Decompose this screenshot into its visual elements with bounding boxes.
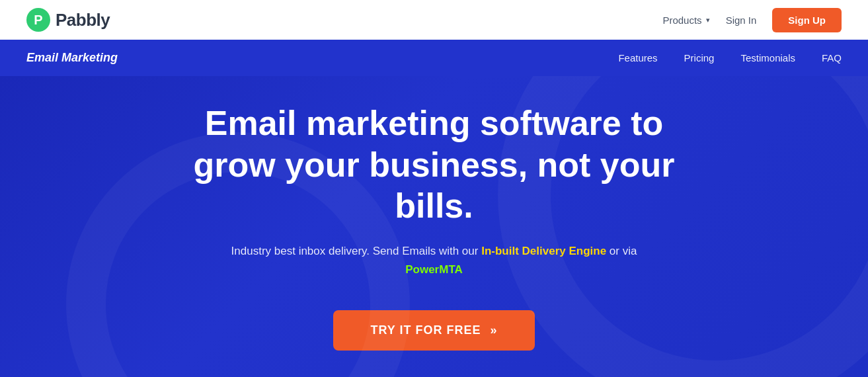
hero-title: Email marketing software to grow your bu… [170,103,699,226]
hero-section: Email marketing software to grow your bu… [0,76,868,377]
cta-label: TRY IT FOR FREE [370,323,481,337]
sub-navigation: Email Marketing Features Pricing Testimo… [0,40,868,76]
cta-button[interactable]: TRY IT FOR FREE » [333,310,534,351]
hero-subtitle-middle: or via [610,245,637,257]
signin-button[interactable]: Sign In [726,15,757,26]
signup-button[interactable]: Sign Up [772,8,842,32]
hero-highlight-delivery-engine: In-built Delivery Engine [481,245,606,257]
sub-nav-links: Features Pricing Testimonials FAQ [618,52,842,63]
nav-link-pricing[interactable]: Pricing [684,52,715,63]
svg-text:P: P [34,13,42,27]
logo-text: Pabbly [56,10,110,30]
cta-chevrons-icon: » [491,323,498,337]
hero-subtitle: Industry best inbox delivery. Send Email… [210,242,659,278]
chevron-down-icon: ▾ [706,16,710,24]
nav-link-faq[interactable]: FAQ [822,52,842,63]
pabbly-logo-icon: P [26,8,50,32]
nav-link-features[interactable]: Features [618,52,657,63]
hero-subtitle-before: Industry best inbox delivery. Send Email… [231,245,482,257]
nav-link-testimonials[interactable]: Testimonials [740,52,795,63]
top-nav-right: Products ▾ Sign In Sign Up [662,8,842,32]
logo-area[interactable]: P Pabbly [26,8,110,32]
hero-highlight-powermta: PowerMTA [405,263,463,276]
sub-nav-brand: Email Marketing [26,51,118,65]
top-navigation: P Pabbly Products ▾ Sign In Sign Up [0,0,868,40]
products-button[interactable]: Products ▾ [662,15,709,26]
products-label: Products [662,15,701,26]
